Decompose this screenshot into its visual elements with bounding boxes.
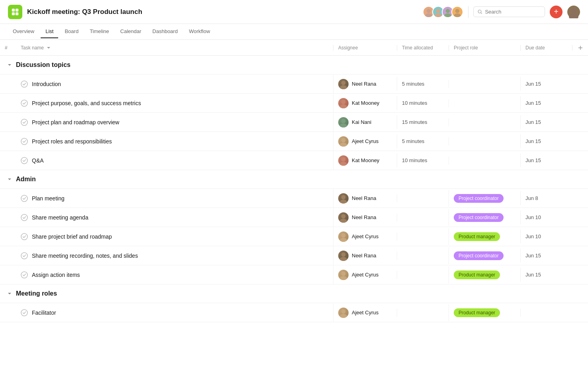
tab-dashboard[interactable]: Dashboard bbox=[148, 25, 183, 38]
assignee-avatar bbox=[338, 117, 349, 127]
table-row[interactable]: Facilitator Ajeet Cyrus Product manager bbox=[0, 303, 588, 322]
task-complete-icon bbox=[21, 119, 28, 126]
row-assignee[interactable]: Kai Nani bbox=[333, 113, 397, 131]
svg-point-14 bbox=[571, 8, 576, 14]
row-assignee[interactable]: Neel Rana bbox=[333, 189, 397, 208]
svg-point-5 bbox=[425, 13, 432, 18]
svg-point-43 bbox=[341, 252, 346, 257]
app-logo bbox=[8, 5, 22, 19]
tab-timeline[interactable]: Timeline bbox=[85, 25, 114, 38]
row-time: 5 minutes bbox=[397, 77, 449, 91]
row-due: Jun 15 bbox=[520, 268, 572, 282]
row-task-name[interactable]: Project purpose, goals, and success metr… bbox=[16, 96, 333, 111]
user-avatar[interactable] bbox=[567, 6, 580, 18]
svg-point-40 bbox=[341, 233, 346, 237]
svg-rect-2 bbox=[12, 12, 15, 15]
task-name-text: Project purpose, goals, and success metr… bbox=[32, 100, 141, 106]
row-due: Jun 10 bbox=[520, 229, 572, 243]
table-row[interactable]: Share meeting recording, notes, and slid… bbox=[0, 246, 588, 265]
svg-rect-3 bbox=[16, 12, 18, 15]
row-assignee[interactable]: Ajeet Cyrus bbox=[333, 227, 397, 246]
row-due: Jun 15 bbox=[520, 134, 572, 148]
avatar-4[interactable] bbox=[451, 6, 463, 18]
row-task-name[interactable]: Share meeting recording, notes, and slid… bbox=[16, 248, 333, 263]
table-row[interactable]: Plan meeting Neel Rana Project coordinat… bbox=[0, 189, 588, 208]
assignee-name: Kai Nani bbox=[352, 119, 371, 125]
row-task-name[interactable]: Project plan and roadmap overview bbox=[16, 115, 333, 130]
table-row[interactable]: Assign action items Ajeet Cyrus Product … bbox=[0, 265, 588, 284]
table-row[interactable]: Project purpose, goals, and success metr… bbox=[0, 94, 588, 113]
row-task-name[interactable]: Facilitator bbox=[16, 305, 333, 320]
row-role: Product manager bbox=[449, 304, 520, 321]
row-assignee[interactable]: Ajeet Cyrus bbox=[333, 266, 397, 284]
row-task-name[interactable]: Assign action items bbox=[16, 267, 333, 282]
row-assignee[interactable]: Neel Rana bbox=[333, 75, 397, 93]
section-admin: Admin Plan meeting Neel Rana Project coo… bbox=[0, 170, 588, 284]
search-box[interactable] bbox=[473, 6, 545, 17]
task-name-text: Facilitator bbox=[32, 310, 56, 316]
svg-point-10 bbox=[455, 9, 459, 13]
table-row[interactable]: Q&A Kat Mooney 10 minutes Jun 15 bbox=[0, 151, 588, 170]
svg-point-15 bbox=[569, 14, 578, 18]
tab-board[interactable]: Board bbox=[60, 25, 83, 38]
section-header-admin[interactable]: Admin bbox=[0, 170, 588, 189]
row-task-name[interactable]: Share project brief and roadmap bbox=[16, 229, 333, 244]
row-assignee[interactable]: Kat Mooney bbox=[333, 94, 397, 112]
task-complete-icon bbox=[21, 271, 28, 278]
svg-point-47 bbox=[340, 276, 347, 280]
section-title-meeting-roles: Meeting roles bbox=[16, 290, 57, 297]
row-assignee[interactable]: Ajeet Cyrus bbox=[333, 304, 397, 322]
svg-point-29 bbox=[340, 143, 347, 147]
row-assignee[interactable]: Ajeet Cyrus bbox=[333, 132, 397, 151]
row-due: Jun 10 bbox=[520, 210, 572, 224]
svg-point-37 bbox=[341, 214, 346, 218]
table-row[interactable]: Share project brief and roadmap Ajeet Cy… bbox=[0, 227, 588, 246]
svg-point-46 bbox=[341, 271, 346, 276]
col-header-add[interactable] bbox=[572, 45, 588, 51]
task-complete-icon bbox=[21, 157, 28, 164]
svg-point-8 bbox=[446, 9, 450, 13]
tab-workflow[interactable]: Workflow bbox=[184, 25, 215, 38]
svg-rect-1 bbox=[16, 8, 18, 11]
tab-overview[interactable]: Overview bbox=[8, 25, 39, 38]
table-row[interactable]: Project plan and roadmap overview Kai Na… bbox=[0, 113, 588, 132]
task-name-text: Share meeting agenda bbox=[32, 214, 88, 221]
row-role bbox=[449, 157, 520, 165]
tab-list[interactable]: List bbox=[41, 25, 58, 38]
table-row[interactable]: Share meeting agenda Neel Rana Project c… bbox=[0, 208, 588, 227]
row-task-name[interactable]: Project roles and responsibilities bbox=[16, 134, 333, 149]
row-task-name[interactable]: Introduction bbox=[16, 76, 333, 92]
assignee-name: Neel Rana bbox=[352, 253, 376, 259]
svg-point-38 bbox=[340, 219, 347, 223]
avatar-group bbox=[423, 6, 463, 18]
row-assignee[interactable]: Kat Mooney bbox=[333, 151, 397, 170]
task-complete-icon bbox=[21, 138, 28, 145]
table-row[interactable]: Project roles and responsibilities Ajeet… bbox=[0, 132, 588, 151]
section-header-discussion-topics[interactable]: Discussion topics bbox=[0, 56, 588, 74]
row-time bbox=[397, 309, 449, 317]
row-role: Project coordinator bbox=[449, 247, 520, 264]
row-task-name[interactable]: Q&A bbox=[16, 153, 333, 168]
row-time bbox=[397, 233, 449, 241]
svg-point-24 bbox=[21, 119, 27, 125]
svg-point-39 bbox=[21, 233, 27, 240]
row-assignee[interactable]: Neel Rana bbox=[333, 247, 397, 265]
task-name-text: Assign action items bbox=[32, 272, 80, 278]
svg-point-35 bbox=[340, 200, 347, 204]
task-complete-icon bbox=[21, 309, 28, 316]
tab-calendar[interactable]: Calendar bbox=[116, 25, 146, 38]
nav-tabs: Overview List Board Timeline Calendar Da… bbox=[0, 24, 588, 40]
table-row[interactable]: Introduction Neel Rana 5 minutes Jun 15 bbox=[0, 74, 588, 94]
add-button[interactable]: + bbox=[550, 6, 563, 18]
sections-container: Discussion topics Introduction Neel Rana… bbox=[0, 56, 588, 322]
row-task-name[interactable]: Share meeting agenda bbox=[16, 210, 333, 225]
section-header-meeting-roles[interactable]: Meeting roles bbox=[0, 284, 588, 303]
row-task-name[interactable]: Plan meeting bbox=[16, 191, 333, 206]
row-time: 5 minutes bbox=[397, 134, 449, 148]
search-input[interactable] bbox=[485, 9, 541, 15]
row-assignee[interactable]: Neel Rana bbox=[333, 208, 397, 227]
assignee-name: Neel Rana bbox=[352, 195, 376, 201]
col-header-due: Due date bbox=[520, 45, 572, 51]
task-name-text: Introduction bbox=[32, 81, 61, 87]
assignee-name: Kat Mooney bbox=[352, 157, 379, 163]
